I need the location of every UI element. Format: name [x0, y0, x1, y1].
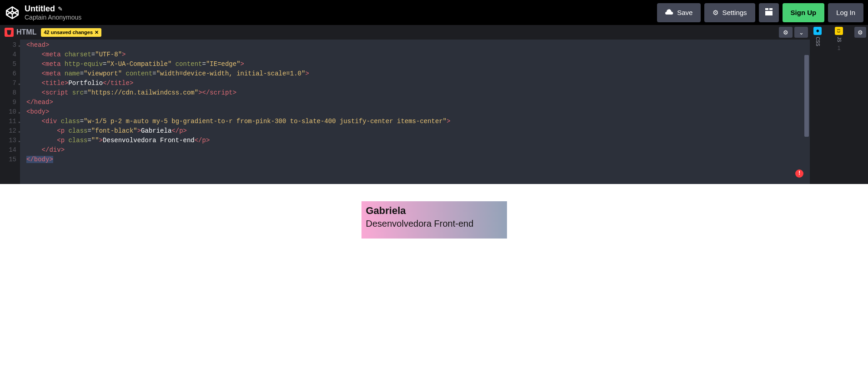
svg-rect-4 — [769, 8, 773, 10]
gear-icon: ⚙ — [712, 9, 718, 17]
header: Untitled ✎ Captain Anonymous Save ⚙ Sett… — [0, 0, 868, 25]
html-panel-title: HTML — [16, 28, 36, 36]
html-panel-header: HTML 42 unsaved changes ✕ ⚙ ⌄ — [0, 25, 810, 40]
svg-rect-3 — [765, 8, 768, 10]
title-area: Untitled ✎ Captain Anonymous — [25, 4, 81, 21]
preview-pane: Gabriela Desenvolvedora Front-end — [0, 184, 868, 368]
code-content[interactable]: <head> <meta charset="UTF-8"> <meta http… — [20, 40, 810, 184]
js-line-number: 1 — [838, 45, 841, 51]
settings-button[interactable]: ⚙ Settings — [704, 3, 755, 22]
gear-icon: ⚙ — [858, 29, 863, 36]
js-label: JS — [837, 37, 842, 42]
author-name[interactable]: Captain Anonymous — [25, 14, 81, 21]
gear-icon: ⚙ — [783, 29, 788, 36]
header-buttons: Save ⚙ Settings Sign Up Log In — [657, 3, 863, 22]
line-gutter: 3▸ 4 5 6 7▸ 8 9 10▸ 11▸ 12▸ 13▸ 14 15 — [0, 40, 20, 184]
css-badge-icon: ✱ — [813, 27, 822, 35]
layout-icon — [765, 8, 773, 17]
js-badge-icon: ( ) — [835, 27, 843, 35]
panel-settings-button[interactable]: ⚙ — [779, 27, 793, 38]
chevron-down-icon: ⌄ — [799, 29, 804, 36]
layout-button[interactable] — [759, 3, 779, 22]
logo-area: Untitled ✎ Captain Anonymous — [5, 4, 81, 21]
panel-settings-button[interactable]: ⚙ — [854, 27, 866, 38]
settings-label: Settings — [722, 9, 747, 16]
svg-rect-5 — [765, 11, 773, 15]
scrollbar-vertical[interactable] — [803, 54, 810, 184]
close-icon[interactable]: ✕ — [95, 30, 99, 35]
unsaved-changes-badge[interactable]: 42 unsaved changes ✕ — [41, 28, 101, 37]
right-controls: ⚙ — [853, 25, 868, 184]
editor-panels: HTML 42 unsaved changes ✕ ⚙ ⌄ 3▸ 4 5 6 7… — [0, 25, 868, 184]
save-label: Save — [677, 9, 692, 16]
html-badge-icon — [5, 28, 14, 37]
panel-collapse-button[interactable]: ⌄ — [794, 27, 808, 38]
cloud-icon — [665, 9, 673, 16]
css-label: CSS — [815, 37, 820, 46]
edit-title-icon[interactable]: ✎ — [58, 5, 63, 12]
html-panel: HTML 42 unsaved changes ✕ ⚙ ⌄ 3▸ 4 5 6 7… — [0, 25, 810, 184]
signup-button[interactable]: Sign Up — [783, 3, 825, 22]
js-panel-collapsed[interactable]: ( ) JS 1 — [825, 25, 853, 184]
css-panel-collapsed[interactable]: ✱ CSS — [810, 25, 825, 184]
login-button[interactable]: Log In — [828, 3, 863, 22]
preview-card: Gabriela Desenvolvedora Front-end — [361, 201, 507, 239]
preview-role: Desenvolvedora Front-end — [366, 219, 502, 229]
save-button[interactable]: Save — [657, 3, 701, 22]
code-editor[interactable]: 3▸ 4 5 6 7▸ 8 9 10▸ 11▸ 12▸ 13▸ 14 15 <h… — [0, 40, 810, 184]
pen-title[interactable]: Untitled — [25, 4, 55, 14]
preview-name: Gabriela — [366, 205, 502, 217]
codepen-logo[interactable] — [5, 5, 20, 20]
error-icon[interactable]: ! — [795, 169, 803, 178]
